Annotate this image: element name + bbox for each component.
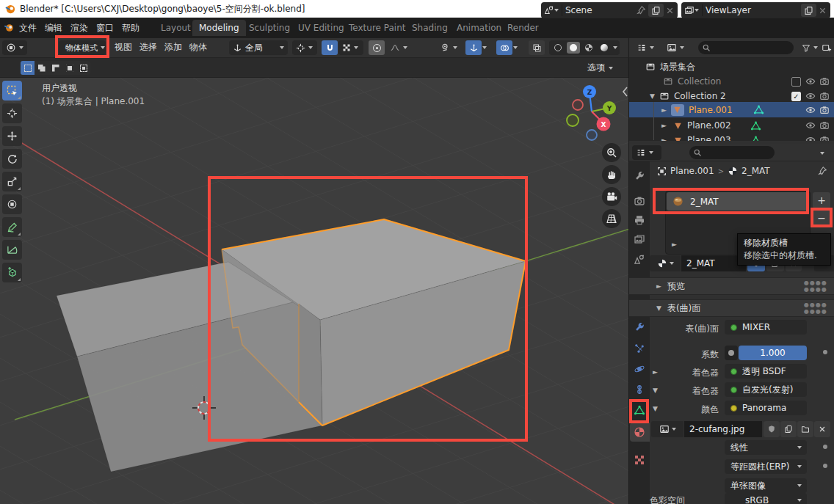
breadcrumb-object[interactable]: Plane.001 — [670, 166, 714, 176]
tool-options-dropdown[interactable]: 选项 — [587, 62, 613, 74]
show-gizmo-toggle[interactable] — [465, 40, 482, 55]
grip-icon[interactable]: ●●●●●●●● — [804, 280, 827, 293]
tool-select-box[interactable] — [2, 81, 22, 101]
tool-rotate[interactable] — [2, 149, 22, 169]
add-material-slot-button[interactable]: + — [813, 192, 830, 208]
tool-transform[interactable] — [2, 194, 22, 214]
menu-add[interactable]: 添加 — [164, 41, 182, 54]
source-dropdown[interactable]: 单张图像 — [725, 478, 807, 493]
viewlayer-browse-button[interactable] — [681, 2, 702, 18]
outliner-row-plane001[interactable]: ► Plane.001 — [629, 102, 834, 117]
scene-browse-button[interactable] — [541, 2, 562, 18]
tab-material-icon[interactable] — [634, 426, 645, 438]
slot-expand-icon[interactable]: ► — [672, 241, 677, 248]
tab-tool-icon[interactable] — [634, 170, 645, 182]
overlays-dropdown[interactable] — [513, 40, 523, 55]
tab-texture-paint[interactable]: Texture Paint — [342, 20, 412, 36]
interpolation-dropdown[interactable]: 线性 — [725, 440, 807, 455]
tool-add-cube[interactable] — [2, 263, 22, 282]
factor-socket-button[interactable] — [725, 346, 738, 360]
tab-particles-icon[interactable] — [634, 343, 645, 354]
viewlayer-name[interactable]: ViewLayer — [703, 2, 801, 18]
breadcrumb-material[interactable]: 2_MAT — [741, 166, 770, 176]
properties-search-input[interactable] — [689, 146, 775, 159]
color-dropdown[interactable]: Panorama — [725, 401, 807, 415]
tab-texture-icon[interactable] — [634, 454, 645, 466]
surface-shader-dropdown[interactable]: MIXER — [725, 320, 807, 335]
outliner-search-input[interactable] — [698, 41, 794, 54]
select-mode-intersect-button[interactable] — [76, 61, 90, 75]
animate-dot[interactable] — [823, 464, 827, 468]
colorspace-dropdown[interactable]: sRGB — [725, 493, 807, 504]
ortho-toggle-button[interactable] — [602, 209, 621, 228]
tab-modifiers-icon[interactable] — [634, 321, 645, 333]
caret-down-icon[interactable]: ▼ — [650, 92, 655, 100]
menu-file[interactable]: 文件 — [19, 21, 37, 34]
sidebar-collapse-icon[interactable] — [623, 87, 627, 96]
tab-scene-icon[interactable] — [634, 254, 645, 266]
transform-orientation-dropdown[interactable]: 全局 — [229, 40, 288, 55]
outliner-row-collection2[interactable]: ▼ Collection 2 ✓ — [629, 89, 834, 103]
tool-measure[interactable] — [2, 240, 22, 260]
shader2-dropdown[interactable]: 自发光(发射) — [725, 382, 807, 397]
tab-rendering[interactable]: Renderi — [501, 20, 539, 36]
outliner-row-plane002[interactable]: ► Plane.002 — [629, 118, 834, 133]
tab-sculpting[interactable]: Sculpting — [242, 20, 297, 36]
shading-rendered-button[interactable] — [598, 42, 611, 54]
tab-layout[interactable]: Layout — [154, 20, 197, 36]
camera-icon[interactable] — [819, 91, 830, 101]
select-mode-extend-button[interactable] — [35, 61, 48, 75]
blender-app-icon[interactable] — [3, 23, 15, 33]
surface-panel-header[interactable]: ▼ 表(曲)面 ●●●●●●●● — [629, 299, 834, 317]
menu-object[interactable]: 物体 — [189, 41, 207, 54]
proportional-falloff-dropdown[interactable] — [386, 40, 413, 55]
material-name-field[interactable]: 2_MAT — [681, 255, 746, 271]
tab-output-icon[interactable] — [634, 214, 645, 226]
animate-dot[interactable] — [823, 445, 827, 449]
gizmo-dropdown[interactable] — [482, 40, 493, 55]
tool-scale[interactable] — [2, 172, 22, 191]
editor-type-button[interactable] — [2, 40, 27, 55]
properties-editor-type-button[interactable] — [632, 145, 661, 160]
axis-neg-y[interactable] — [567, 114, 579, 126]
eye-icon[interactable] — [805, 105, 816, 115]
image-unlink-button[interactable] — [814, 421, 830, 437]
tab-render-icon[interactable] — [634, 195, 645, 207]
image-new-copy-button[interactable] — [780, 421, 797, 437]
tab-shading[interactable]: Shading — [405, 20, 454, 36]
camera-icon[interactable] — [819, 105, 830, 115]
camera-icon[interactable] — [819, 76, 830, 87]
tab-physics-icon[interactable] — [634, 363, 645, 375]
projection-dropdown[interactable]: 等距圆柱(ERP) — [725, 459, 807, 474]
scene-name[interactable]: Scene — [562, 2, 636, 18]
snap-toggle[interactable] — [322, 40, 338, 55]
menu-window[interactable]: 窗口 — [96, 21, 114, 34]
outliner-row-scene-collection[interactable]: 场景集合 — [629, 59, 834, 74]
axis-neg-x[interactable] — [573, 100, 583, 110]
pin-icon[interactable] — [636, 5, 646, 15]
outliner-row-collection[interactable]: Collection — [629, 74, 834, 89]
image-fake-user-button[interactable] — [764, 421, 780, 437]
tab-data-icon[interactable] — [634, 404, 645, 416]
outliner-filter-image-dropdown[interactable] — [663, 40, 691, 55]
new-collection-button[interactable] — [822, 40, 833, 55]
camera-icon[interactable] — [819, 120, 830, 131]
tab-animation[interactable]: Animation — [450, 20, 508, 36]
menu-view[interactable]: 视图 — [115, 41, 132, 54]
tool-move[interactable] — [2, 126, 22, 146]
shading-solid-button[interactable] — [567, 42, 580, 54]
menu-edit[interactable]: 编辑 — [45, 21, 62, 34]
eye-icon[interactable] — [805, 120, 816, 131]
preview-panel-header[interactable]: ► 预览 ●●●●●●●● — [629, 277, 834, 295]
viewlayer-new-copy-button[interactable] — [801, 4, 816, 17]
visibility-dropdown[interactable] — [436, 40, 463, 55]
tool-cursor[interactable] — [2, 103, 22, 123]
tab-modeling[interactable]: Modeling — [192, 20, 246, 36]
menu-select[interactable]: 选择 — [139, 41, 157, 54]
shading-wireframe-button[interactable] — [551, 42, 565, 54]
collection2-checkbox[interactable]: ✓ — [791, 92, 801, 101]
pin-icon[interactable] — [817, 166, 827, 176]
properties-options-dropdown[interactable] — [820, 152, 824, 155]
browse-image-button[interactable] — [651, 421, 683, 437]
browse-material-button[interactable] — [650, 255, 681, 271]
